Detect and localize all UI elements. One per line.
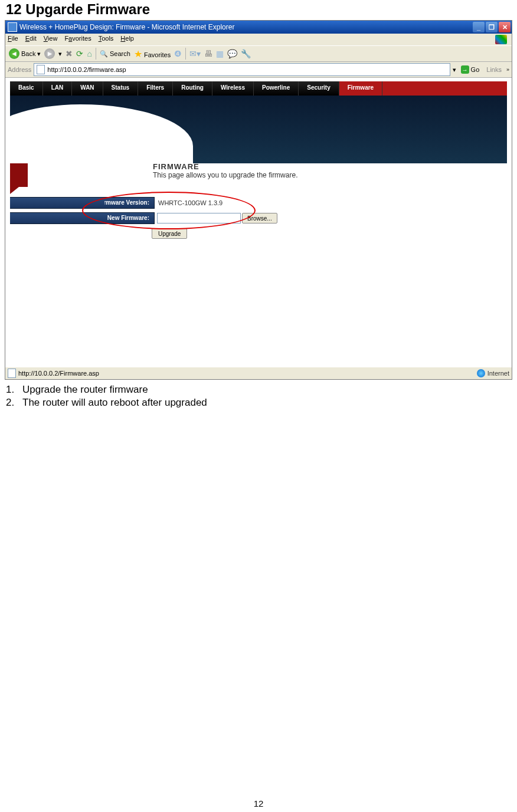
menu-view[interactable]: View [44, 35, 58, 44]
tab-powerline[interactable]: Powerline [254, 81, 299, 96]
refresh-button[interactable]: ⟳ [76, 49, 83, 58]
firmware-subtext: This page allows you to upgrade the firm… [153, 171, 297, 179]
decor-red-corner [10, 163, 28, 187]
tab-filters[interactable]: Filters [138, 81, 173, 96]
browse-button[interactable]: Browse... [242, 213, 277, 223]
menu-help[interactable]: Help [120, 35, 134, 44]
toolbar-separator-2 [185, 48, 186, 60]
close-button[interactable]: ✕ [499, 22, 511, 32]
address-url: http://10.0.0.2/firmware.asp [47, 66, 126, 73]
forward-dropdown-icon: ▾ [58, 50, 62, 58]
go-label: Go [471, 66, 480, 73]
back-dropdown-icon: ▾ [37, 50, 41, 58]
tab-status[interactable]: Status [103, 81, 139, 96]
window-titlebar: Wireless + HomePlug Design: Firmware - M… [5, 21, 512, 34]
page-banner: 010110110100101110100100 101110010110100… [10, 96, 507, 163]
browser-content: Basic LAN WAN Status Filters Routing Wir… [5, 78, 512, 367]
print-button[interactable]: 🖶 [204, 49, 212, 58]
status-zone: Internet [487, 370, 509, 377]
links-chevron-icon[interactable]: » [506, 67, 509, 73]
page-icon [37, 65, 45, 74]
mail-button[interactable]: ✉▾ [189, 49, 201, 58]
firmware-version-value: WHRTC-100GW 1.3.9 [155, 199, 222, 206]
forward-button[interactable]: ► [44, 48, 55, 59]
step-2-num: 2. [6, 396, 22, 409]
maximize-button[interactable]: ❐ [486, 22, 498, 32]
address-label: Address [8, 66, 31, 73]
firmware-file-input[interactable] [157, 213, 241, 223]
menubar: File Edit View Favorites Tools Help [5, 34, 512, 45]
go-arrow-icon: → [461, 65, 469, 74]
step-2-text: The router will auto reboot after upgrad… [22, 397, 207, 408]
window-title: Wireless + HomePlug Design: Firmware - M… [19, 23, 473, 31]
upgrade-button[interactable]: Upgrade [152, 228, 187, 239]
stop-button[interactable]: ✖ [66, 49, 73, 58]
edit-button[interactable]: ▦ [216, 49, 224, 58]
address-dropdown-icon[interactable]: ▾ [453, 66, 456, 74]
step-1-text: Upgrade the router firmware [22, 384, 148, 395]
router-nav-tabs: Basic LAN WAN Status Filters Routing Wir… [10, 81, 507, 96]
firmware-header-block: FIRMWARE This page allows you to upgrade… [153, 162, 297, 179]
tab-routing[interactable]: Routing [173, 81, 212, 96]
back-label: Back [21, 50, 35, 57]
tab-lan[interactable]: LAN [43, 81, 73, 96]
menu-tools[interactable]: Tools [99, 35, 114, 44]
status-bar: http://10.0.0.2/Firmware.asp Internet [5, 367, 512, 379]
browser-toolbar: ◄ Back ▾ ► ▾ ✖ ⟳ ⌂ 🔍 Search ★ Favorites … [5, 45, 512, 62]
menu-file[interactable]: File [8, 35, 18, 44]
ie-icon [8, 22, 17, 32]
go-button[interactable]: → Go [459, 65, 482, 74]
menu-favorites[interactable]: Favorites [64, 35, 91, 44]
decor-swoosh [10, 104, 193, 163]
back-button[interactable]: ◄ Back ▾ [9, 48, 41, 59]
favorites-button[interactable]: ★ Favorites [134, 48, 171, 60]
firmware-heading: FIRMWARE [153, 162, 297, 171]
page-number: 12 [0, 798, 517, 808]
minimize-button[interactable]: _ [473, 22, 485, 32]
row-bar-2 [10, 213, 104, 223]
star-icon: ★ [134, 49, 142, 59]
research-button[interactable]: 🔧 [241, 49, 251, 58]
firmware-form: Firmware Version: WHRTC-100GW 1.3.9 New … [10, 198, 507, 244]
toolbar-separator [96, 48, 96, 60]
tab-firmware[interactable]: Firmware [339, 81, 382, 96]
history-button[interactable]: ❹ [174, 49, 182, 58]
tab-basic[interactable]: Basic [10, 81, 43, 96]
menu-edit[interactable]: Edit [25, 35, 37, 44]
tab-wireless[interactable]: Wireless [212, 81, 254, 96]
internet-zone-icon [477, 369, 485, 377]
row-bar-1 [10, 198, 104, 208]
status-url: http://10.0.0.2/Firmware.asp [18, 370, 99, 377]
links-label[interactable]: Links [484, 66, 504, 73]
discuss-button[interactable]: 💬 [227, 49, 237, 58]
nav-fill [382, 81, 507, 96]
back-arrow-icon: ◄ [9, 48, 19, 59]
address-bar: Address http://10.0.0.2/firmware.asp ▾ →… [5, 62, 512, 78]
doc-step-list: 1.Upgrade the router firmware 2.The rout… [6, 383, 517, 409]
home-button[interactable]: ⌂ [87, 49, 91, 58]
address-input[interactable]: http://10.0.0.2/firmware.asp [34, 63, 450, 76]
tab-wan[interactable]: WAN [72, 81, 103, 96]
status-page-icon [8, 369, 16, 378]
step-1-num: 1. [6, 383, 22, 396]
windows-flag-icon [495, 35, 507, 44]
search-button[interactable]: 🔍 Search [100, 50, 130, 58]
doc-section-heading: 12 Upgarde Firmware [6, 1, 517, 18]
ie-window-screenshot: Wireless + HomePlug Design: Firmware - M… [5, 20, 512, 380]
tab-security[interactable]: Security [299, 81, 339, 96]
